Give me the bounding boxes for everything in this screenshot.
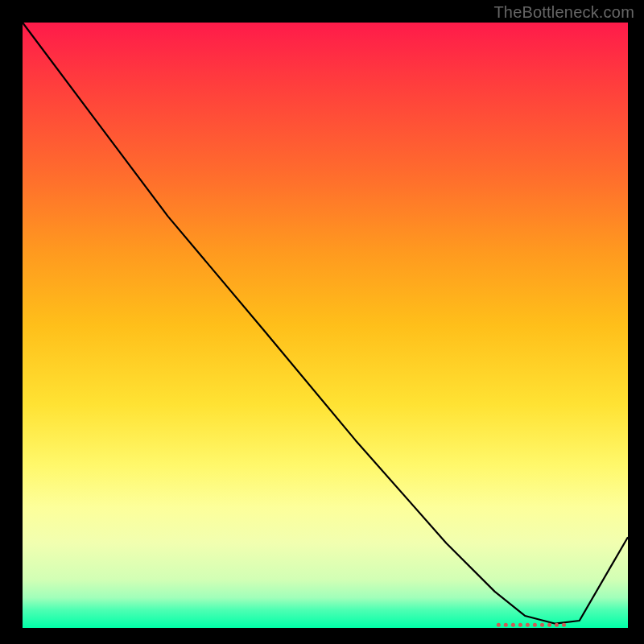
svg-rect-1 (504, 623, 508, 627)
plot-area (23, 23, 628, 628)
svg-rect-7 (547, 623, 551, 627)
svg-rect-8 (555, 623, 559, 627)
svg-rect-5 (533, 623, 537, 627)
annotation-marker (497, 623, 566, 627)
series-curve (23, 23, 628, 624)
svg-rect-6 (540, 623, 544, 627)
svg-rect-0 (497, 623, 501, 627)
svg-rect-9 (562, 623, 566, 627)
watermark-text: TheBottleneck.com (493, 3, 634, 22)
svg-rect-2 (511, 623, 515, 627)
svg-rect-4 (526, 623, 530, 627)
chart-canvas: TheBottleneck.com (0, 0, 644, 644)
svg-rect-3 (518, 623, 522, 627)
chart-svg (23, 23, 628, 628)
